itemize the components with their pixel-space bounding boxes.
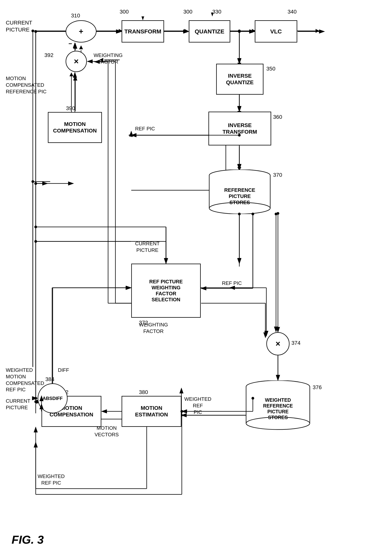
inverse-quantize-box: INVERSEQUANTIZE (216, 64, 263, 95)
ref-350: 350 (266, 66, 275, 72)
ref-pic-label-mid: REF PIC (222, 280, 242, 286)
quantize-box: QUANTIZE (189, 20, 230, 43)
ref-340: 340 (287, 9, 297, 15)
weighting-factor-label-bot: WEIGHTINGFACTOR (139, 322, 168, 335)
ref-384: 384 (45, 376, 54, 382)
diagram: CURRENTPICTURE + 310 − 300 300 TRANSFORM… (0, 0, 392, 551)
ref-380: 380 (139, 389, 148, 395)
ref-pic-label-top: REF PIC (135, 126, 155, 132)
svg-marker-19 (128, 133, 132, 137)
ref-310: 310 (71, 13, 80, 19)
weighted-motion-compensated-label: WEIGHTEDMOTIONCOMPENSATEDREF PIC (6, 367, 44, 393)
ref-376: 376 (313, 384, 322, 391)
svg-point-67 (277, 212, 279, 215)
weighting-factor-label-top: WEIGHTINGFACTOR (94, 52, 123, 65)
svg-point-28 (31, 180, 34, 183)
svg-point-36 (238, 30, 241, 33)
svg-point-33 (34, 30, 37, 33)
ref-374: 374 (291, 340, 301, 346)
motion-estimation-box: MOTIONESTIMATION (122, 396, 182, 427)
minus-sign: − (69, 40, 72, 47)
ref-320: 300 (120, 9, 129, 15)
svg-point-125 (34, 240, 37, 243)
svg-point-131 (275, 213, 277, 215)
current-picture-label-top: CURRENTPICTURE (6, 19, 32, 33)
ref-picture-weighting-box: REF PICTUREWEIGHTINGFACTORSELECTION (131, 264, 201, 318)
figure-label: FIG. 3 (12, 533, 44, 546)
svg-text:REFERENCE: REFERENCE (224, 187, 255, 193)
ref-picture-stores-cylinder: REFERENCE PICTURE STORES (209, 170, 271, 214)
weighted-ref-pic-label-bot: WEIGHTEDREF PIC (38, 473, 65, 486)
svg-point-51 (34, 182, 37, 185)
motion-compensated-label: MOTIONCOMPENSATEDREFERENCE PIC (6, 75, 47, 95)
multiply-bot-circle: × (266, 332, 289, 355)
svg-marker-26 (70, 72, 73, 76)
multiply-top-circle: × (66, 51, 87, 72)
svg-point-123 (34, 182, 37, 185)
adder-circle: + (66, 20, 97, 43)
ref-390: 390 (66, 105, 75, 111)
ref-360: 360 (273, 114, 282, 120)
svg-marker-5 (184, 29, 188, 33)
svg-text:REFERENCE: REFERENCE (263, 403, 293, 408)
ref-392: 392 (44, 52, 53, 58)
svg-text:STORES: STORES (268, 415, 288, 420)
svg-marker-22 (79, 45, 83, 49)
motion-compensation-top-box: MOTIONCOMPENSATION (48, 112, 102, 143)
svg-point-80 (34, 400, 37, 403)
weighted-ref-picture-stores-cylinder: WEIGHTED REFERENCE PICTURE STORES (245, 380, 311, 431)
svg-point-7 (238, 29, 241, 32)
svg-text:PICTURE: PICTURE (229, 193, 251, 199)
inverse-transform-box: INVERSETRANSFORM (209, 112, 271, 145)
svg-point-151 (34, 397, 37, 400)
ref-370: 370 (273, 172, 282, 178)
transform-box: TRANSFORM (122, 20, 164, 43)
ref-300: 300 (183, 9, 192, 15)
svg-marker-10 (315, 29, 319, 33)
svg-text:STORES: STORES (230, 200, 250, 205)
svg-point-62 (34, 226, 37, 228)
svg-point-111 (238, 30, 241, 33)
motion-vectors-label: MOTIONVECTORS (95, 425, 119, 438)
svg-point-108 (34, 30, 37, 33)
vlc-box: VLC (255, 20, 297, 43)
ref-330: 330 (212, 9, 221, 15)
weighted-ref-pic-label-top: WEIGHTEDREFPIC (184, 396, 211, 415)
svg-text:PICTURE: PICTURE (267, 409, 288, 414)
diff-label: DIFF (58, 367, 69, 373)
svg-text:WEIGHTED: WEIGHTED (265, 397, 291, 403)
current-picture-label-mid: CURRENTPICTURE (135, 240, 160, 254)
current-picture-label-bot: CURRENTPICTURE (6, 398, 30, 411)
